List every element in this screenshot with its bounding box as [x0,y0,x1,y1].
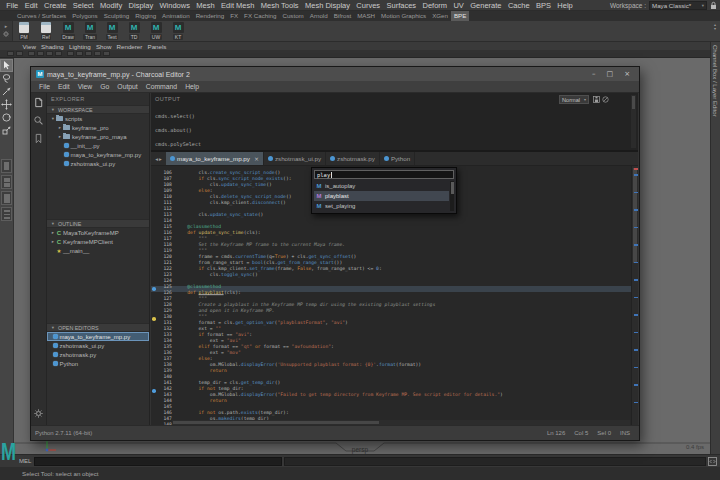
open-editor-zshotmask-ui-py[interactable]: zshotmask_ui.py [47,341,149,350]
workspace-dropdown[interactable]: Maya Classic* ▾ [649,1,707,10]
panel-menu-view[interactable]: View [20,43,39,50]
mel-input-field[interactable] [34,457,282,466]
tree-item-maya-to-keyframe-mp-py[interactable]: maya_to_keyframe_mp.py [47,150,149,159]
autocomplete-scrollbar[interactable] [450,181,454,211]
shelf-tab-fx-caching[interactable]: FX Caching [241,11,279,21]
viewport-toolbar-icon[interactable] [85,51,92,56]
maximize-button[interactable]: □ [607,70,614,78]
shelf-menu-icon[interactable]: ▸ [5,23,8,29]
script-editor-icon[interactable] [708,457,717,466]
lock-icon[interactable] [710,1,717,10]
tree-item-zshotmask-ui-py[interactable]: zshotmask_ui.py [47,159,149,168]
bookmark-icon[interactable] [33,133,44,144]
viewport-toolbar-icon[interactable] [7,51,14,56]
autocomplete-input[interactable]: play [314,170,454,179]
shelf-tab-xgen[interactable]: XGen [429,11,451,21]
shelf-tab-bifrost[interactable]: Bifrost [331,11,355,21]
shelf-tab-curves-surfaces[interactable]: Curves / Surfaces [14,11,69,21]
minimize-button[interactable]: – [592,70,596,78]
shelf-tab-rendering[interactable]: Rendering [193,11,228,21]
maya-menu-mesh[interactable]: Mesh [193,1,218,10]
panel-menu-shading[interactable]: Shading [39,43,67,50]
open-editor-maya-to-keyframe-mp-py[interactable]: maya_to_keyframe_mp.py [47,332,149,341]
maya-menu-bps[interactable]: BPS [533,1,554,10]
maya-menu-modify[interactable]: Modify [97,1,125,10]
command-result-field[interactable] [284,457,706,466]
charcoal-menu-edit[interactable]: Edit [54,83,74,90]
maya-menu-display[interactable]: Display [125,1,156,10]
charcoal-menu-file[interactable]: File [35,83,54,90]
editor-tab-zshotmask-py[interactable]: zshotmask.py [326,152,380,165]
charcoal-menu-command[interactable]: Command [142,83,181,90]
tree-item-scripts[interactable]: ▾scripts [47,114,149,123]
tab-scroll-arrows[interactable]: ◂ ▸ [151,152,166,165]
maya-menu-generate[interactable]: Generate [467,1,505,10]
viewport-toolbar-icon[interactable] [94,51,101,56]
shelf-controls[interactable]: ▸ [0,21,13,41]
shelf-tab-fx[interactable]: FX [227,11,241,21]
tree-item-keyframe-pro-maya[interactable]: ▸keyframe_pro_maya [47,132,149,141]
maya-menu-deform[interactable]: Deform [419,1,450,10]
shelf-button-text[interactable]: MText [101,21,123,40]
charcoal-menu-view[interactable]: View [74,83,97,90]
arrow-down-icon[interactable]: ▾ [714,27,716,31]
shelf-button-uw[interactable]: MUW [145,21,167,40]
shelf-button-draw[interactable]: MDraw [57,21,79,40]
layout-preset-outliner[interactable] [1,207,12,221]
layout-preset-four-pane[interactable] [1,175,12,189]
maya-menu-surfaces[interactable]: Surfaces [383,1,419,10]
maya-menu-windows[interactable]: Windows [156,1,193,10]
rotate-tool[interactable] [0,111,13,124]
open-editors-section-header[interactable]: ▾ OPEN EDITORS [47,323,149,332]
maya-menu-file[interactable]: File [3,1,21,10]
shelf-tab-motion-graphics[interactable]: Motion Graphics [378,11,429,21]
move-tool[interactable] [0,98,13,111]
shelf-tab-animation[interactable]: Animation [159,11,193,21]
shelf-button-tran[interactable]: MTran [79,21,101,40]
panel-menu-panels[interactable]: Panels [145,43,169,50]
channel-box-collapsed[interactable]: Channel Box / Layer Editor [710,42,720,454]
maya-menu-edit[interactable]: Edit [21,1,40,10]
outline-section-header[interactable]: ▾ OUTLINE [47,219,149,228]
workspace-section-header[interactable]: ▾ WORKSPACE [47,105,149,114]
shelf-scroll-arrows[interactable]: ▴ ▾ [710,21,720,31]
charcoal-menu-help[interactable]: Help [181,83,203,90]
viewport-toolbar-icon[interactable] [76,51,83,56]
viewport-toolbar-icon[interactable] [103,51,110,56]
viewport-toolbar-icon[interactable] [37,51,44,56]
shelf-tab-sculpting[interactable]: Sculpting [101,11,132,21]
maya-menu-create[interactable]: Create [41,1,70,10]
output-mode-dropdown[interactable]: Normal ▾ [559,95,589,104]
search-icon[interactable] [33,115,44,126]
shelf-button-pm[interactable]: PM [13,21,35,40]
shelf-tab-rigging[interactable]: Rigging [132,11,159,21]
tree-item--init-py[interactable]: __init__.py [47,141,149,150]
open-editor-zshotmask-py[interactable]: zshotmask.py [47,350,149,359]
shelf-tab-mash[interactable]: MASH [354,11,378,21]
shelf-tab-custom[interactable]: Custom [279,11,306,21]
viewport-toolbar-icon[interactable] [16,51,23,56]
clear-output-icon[interactable] [602,96,609,103]
shelf-button-td[interactable]: MTD [123,21,145,40]
close-button[interactable]: × [624,70,630,78]
editor-tab-zshotmask-ui-py[interactable]: zshotmask_ui.py [264,152,326,165]
outline-item-MayaToKeyframeMP[interactable]: ▸CMayaToKeyframeMP [47,228,149,237]
save-output-icon[interactable] [593,96,600,103]
command-line-mode-label[interactable]: MEL [19,458,32,464]
output-scrollbar[interactable] [631,95,636,148]
tab-scroll-right-icon[interactable]: ▸ [159,156,162,162]
maya-menu-uv[interactable]: UV [450,1,467,10]
shelf-tab-arnold[interactable]: Arnold [307,11,331,21]
completion-item-is_autoplay[interactable]: Mis_autoplay [314,181,449,191]
editor-tab-maya-to-keyframe-mp-py[interactable]: maya_to_keyframe_mp.py× [166,152,264,165]
panel-menu-show[interactable]: Show [93,43,114,50]
maya-menu-mesh-tools[interactable]: Mesh Tools [258,1,302,10]
scale-tool[interactable] [0,124,13,137]
shelf-button-ref[interactable]: Ref [35,21,57,40]
charcoal-titlebar[interactable]: M maya_to_keyframe_mp.py - Charcoal Edit… [31,67,639,81]
code-editor[interactable]: 106 cls.create_sync_script_node()107 if … [151,166,638,425]
viewport-toolbar-icon[interactable] [28,51,35,56]
layout-preset-single[interactable] [1,159,12,173]
shelf-gear-icon[interactable] [2,30,10,38]
charcoal-menu-go[interactable]: Go [96,83,113,90]
